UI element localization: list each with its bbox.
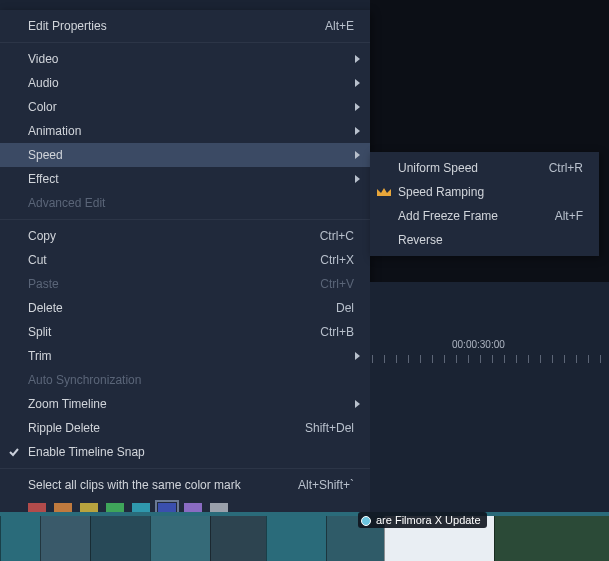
menu-trim[interactable]: Trim [0,344,370,368]
separator [0,468,370,469]
ruler-ticks [372,355,609,363]
menu-label: Select all clips with the same color mar… [28,478,298,492]
tooltip-text: are Filmora X Update [376,514,481,526]
shortcut: Ctrl+B [320,325,354,339]
menu-label: Uniform Speed [398,161,549,175]
shortcut: Alt+F [555,209,583,223]
chevron-right-icon [355,79,360,87]
menu-delete[interactable]: Delete Del [0,296,370,320]
timeline-clip[interactable] [266,512,326,561]
menu-enable-snap[interactable]: Enable Timeline Snap [0,440,370,464]
menu-label: Enable Timeline Snap [28,445,360,459]
timeline-clip[interactable] [90,512,150,561]
menu-label: Color [28,100,360,114]
speed-submenu: Uniform Speed Ctrl+R Speed Ramping Add F… [370,152,599,256]
menu-ripple-delete[interactable]: Ripple Delete Shift+Del [0,416,370,440]
clip-strip-overlay [0,512,609,516]
check-icon [8,446,20,458]
menu-label: Zoom Timeline [28,397,360,411]
shortcut: Ctrl+R [549,161,583,175]
timeline-clip[interactable] [210,512,266,561]
menu-label: Copy [28,229,320,243]
menu-animation[interactable]: Animation [0,119,370,143]
menu-label: Video [28,52,360,66]
timeline-clips[interactable] [0,512,609,561]
menu-label: Paste [28,277,320,291]
menu-label: Effect [28,172,360,186]
context-menu: Edit Properties Alt+E Video Audio Color … [0,10,370,533]
menu-paste: Paste Ctrl+V [0,272,370,296]
menu-advanced-edit: Advanced Edit [0,191,370,215]
timeline-clip[interactable] [40,512,90,561]
menu-auto-sync: Auto Synchronization [0,368,370,392]
timeline-ruler[interactable]: 00:00:30:00 [372,335,609,365]
menu-label: Ripple Delete [28,421,305,435]
timeline-clip[interactable] [0,512,40,561]
clip-tooltip: are Filmora X Update [358,512,487,528]
shortcut: Ctrl+X [320,253,354,267]
shortcut: Del [336,301,354,315]
menu-zoom-timeline[interactable]: Zoom Timeline [0,392,370,416]
menu-label: Trim [28,349,360,363]
chevron-right-icon [355,400,360,408]
menu-speed[interactable]: Speed [0,143,370,167]
menu-label: Auto Synchronization [28,373,360,387]
submenu-add-freeze-frame[interactable]: Add Freeze Frame Alt+F [370,204,599,228]
timeline-clip[interactable] [494,512,609,561]
menu-effect[interactable]: Effect [0,167,370,191]
menu-label: Audio [28,76,360,90]
timeline-clip[interactable] [150,512,210,561]
menu-audio[interactable]: Audio [0,71,370,95]
shortcut: Ctrl+C [320,229,354,243]
menu-label: Animation [28,124,360,138]
menu-edit-properties[interactable]: Edit Properties Alt+E [0,14,370,38]
submenu-speed-ramping[interactable]: Speed Ramping [370,180,599,204]
menu-label: Cut [28,253,320,267]
menu-copy[interactable]: Copy Ctrl+C [0,224,370,248]
menu-label: Speed [28,148,360,162]
timecode: 00:00:30:00 [452,339,505,350]
menu-color[interactable]: Color [0,95,370,119]
chevron-right-icon [355,175,360,183]
chevron-right-icon [355,55,360,63]
submenu-uniform-speed[interactable]: Uniform Speed Ctrl+R [370,156,599,180]
shortcut: Alt+E [325,19,354,33]
menu-cut[interactable]: Cut Ctrl+X [0,248,370,272]
menu-label: Advanced Edit [28,196,360,210]
menu-video[interactable]: Video [0,47,370,71]
chevron-right-icon [355,151,360,159]
chevron-right-icon [355,103,360,111]
chevron-right-icon [355,127,360,135]
menu-select-all-color[interactable]: Select all clips with the same color mar… [0,473,370,497]
shortcut: Alt+Shift+` [298,478,354,492]
submenu-reverse[interactable]: Reverse [370,228,599,252]
menu-label: Add Freeze Frame [398,209,555,223]
separator [0,219,370,220]
menu-label: Speed Ramping [398,185,589,199]
chevron-right-icon [355,352,360,360]
menu-label: Edit Properties [28,19,325,33]
playhead-dot[interactable] [361,516,371,526]
timeline-area[interactable] [370,282,609,522]
separator [0,42,370,43]
menu-split[interactable]: Split Ctrl+B [0,320,370,344]
menu-label: Split [28,325,320,339]
menu-label: Reverse [398,233,589,247]
shortcut: Ctrl+V [320,277,354,291]
shortcut: Shift+Del [305,421,354,435]
crown-icon [376,186,392,198]
menu-label: Delete [28,301,336,315]
